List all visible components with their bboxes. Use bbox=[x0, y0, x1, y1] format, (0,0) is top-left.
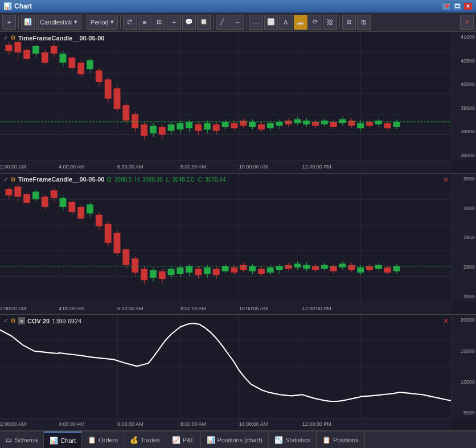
positions-chart-icon: 📊 bbox=[207, 436, 215, 444]
svg-rect-22 bbox=[51, 46, 58, 54]
tab-pnl[interactable]: 📈 P&L bbox=[166, 431, 201, 448]
svg-rect-119 bbox=[42, 196, 48, 207]
svg-rect-189 bbox=[357, 267, 364, 272]
chart3-x2: 4:00:00 AM bbox=[59, 421, 85, 427]
svg-rect-86 bbox=[339, 119, 346, 123]
svg-rect-129 bbox=[87, 204, 93, 213]
candlestick-dropdown[interactable]: Candlestick ▾ bbox=[36, 15, 81, 30]
chart1-x1: 2:00:00 AM bbox=[0, 164, 26, 170]
svg-rect-167 bbox=[258, 269, 265, 274]
chart1-checkbox[interactable]: ✓ bbox=[3, 35, 8, 41]
orders-icon: 📋 bbox=[88, 436, 96, 444]
chart2-close[interactable]: ✕ bbox=[443, 176, 449, 184]
chart2-x6: 12:00:00 PM bbox=[302, 306, 331, 311]
chain-tool[interactable]: ⛓ bbox=[323, 15, 337, 30]
sep6 bbox=[339, 15, 340, 29]
chart2-x5: 10:00:00 AM bbox=[239, 306, 268, 311]
chart1-settings[interactable]: ⚙ bbox=[10, 34, 16, 42]
comment-button[interactable]: 💬 bbox=[182, 15, 196, 30]
svg-rect-94 bbox=[375, 121, 382, 125]
svg-rect-165 bbox=[249, 266, 256, 271]
svg-rect-111 bbox=[6, 189, 13, 195]
chart3-close[interactable]: ✕ bbox=[443, 317, 449, 325]
sync-button[interactable]: ⇄ bbox=[123, 15, 137, 30]
svg-rect-173 bbox=[285, 265, 292, 269]
svg-rect-145 bbox=[159, 271, 166, 279]
candlestick-icon[interactable]: 📊 bbox=[21, 15, 35, 30]
svg-rect-42 bbox=[141, 124, 147, 135]
sep1 bbox=[18, 15, 19, 29]
window-title: Chart bbox=[14, 2, 32, 10]
rect-tool[interactable]: ⬜ bbox=[264, 15, 278, 30]
chart1-y1: 38500 bbox=[453, 153, 475, 158]
svg-rect-153 bbox=[195, 269, 202, 275]
chart-panel-2: ✓ ⚙ TimeFrameCandle__00-05-00 O: 3080.5 … bbox=[0, 174, 476, 315]
chart2-settings[interactable]: ⚙ bbox=[10, 176, 16, 183]
save-template[interactable]: 🖺 bbox=[357, 15, 371, 30]
close-window-button[interactable]: ✕ bbox=[463, 2, 473, 10]
period-dropdown[interactable]: Period ▾ bbox=[87, 15, 118, 30]
tab-positions-chart[interactable]: 📊 Positions (chart) bbox=[201, 431, 269, 448]
chart2-ohlc: O: 3080.5 H: 3080.30 L: 3048.CC C: 3070.… bbox=[106, 176, 225, 183]
svg-rect-14 bbox=[14, 42, 21, 52]
chart1-y3: 39500 bbox=[453, 105, 475, 111]
chart3-square: ■ bbox=[18, 317, 25, 324]
svg-rect-137 bbox=[122, 249, 129, 265]
chart3-settings[interactable]: ⚙ bbox=[10, 317, 16, 324]
maximize-button[interactable]: 🗖 bbox=[453, 2, 462, 10]
tab-chart[interactable]: 📊 Chart bbox=[44, 431, 82, 448]
svg-rect-32 bbox=[96, 71, 102, 82]
chart2-x4: 8:00:00 AM bbox=[180, 306, 207, 311]
line-tool[interactable]: ╱ bbox=[216, 15, 229, 30]
tab-statistics[interactable]: 📉 Statistics bbox=[269, 431, 317, 448]
chart1-y4: 40000 bbox=[453, 81, 475, 87]
cross-button[interactable]: + bbox=[167, 15, 181, 30]
hline-tool[interactable]: — bbox=[249, 15, 263, 30]
chart1-x-axis: 2:00:00 AM 4:00:00 AM 6:00:00 AM 8:00:00… bbox=[0, 161, 451, 173]
app-icon: 📊 bbox=[3, 2, 12, 10]
add-button[interactable]: + bbox=[2, 15, 16, 30]
template-tool[interactable]: ⊞ bbox=[342, 15, 356, 30]
svg-rect-179 bbox=[312, 266, 319, 270]
select-button[interactable]: 🔲 bbox=[197, 15, 211, 30]
chart1-y-axis: 41000 40500 40000 39500 39000 38500 bbox=[451, 32, 476, 161]
tab-positions-label: Positions bbox=[333, 437, 359, 443]
tab-positions[interactable]: 📋 Positions bbox=[317, 431, 365, 448]
chart1-y2: 39000 bbox=[453, 129, 475, 134]
title-bar-left: 📊 Chart bbox=[3, 2, 32, 10]
svg-rect-169 bbox=[267, 267, 274, 272]
svg-rect-135 bbox=[114, 232, 121, 253]
grid-button[interactable]: ⊞ bbox=[153, 15, 166, 30]
tab-orders[interactable]: 📋 Orders bbox=[82, 431, 124, 448]
svg-rect-175 bbox=[294, 264, 301, 268]
svg-rect-193 bbox=[375, 265, 382, 269]
svg-rect-143 bbox=[150, 270, 157, 278]
chart2-y2: 2900 bbox=[453, 264, 475, 270]
chart2-x-axis: 2:00:00 AM 4:00:00 AM 6:00:00 AM 8:00:00… bbox=[0, 302, 451, 314]
tab-schema[interactable]: 🗂 Schema bbox=[0, 431, 44, 448]
svg-rect-48 bbox=[168, 124, 175, 130]
svg-rect-121 bbox=[51, 190, 58, 198]
sep4 bbox=[213, 15, 214, 29]
undo-tool[interactable]: ⟳ bbox=[309, 15, 322, 30]
svg-rect-20 bbox=[42, 52, 48, 63]
chart2-checkbox[interactable]: ✓ bbox=[3, 176, 8, 183]
close-chart-button[interactable]: ✕ bbox=[460, 15, 474, 30]
svg-rect-185 bbox=[339, 264, 346, 268]
fill-tool[interactable]: ▬ bbox=[294, 15, 307, 30]
text-tool[interactable]: A bbox=[279, 15, 293, 30]
svg-rect-16 bbox=[23, 50, 30, 59]
svg-rect-181 bbox=[321, 265, 328, 269]
candlestick-arrow: ▾ bbox=[74, 18, 77, 26]
chart1-x4: 8:00:00 AM bbox=[180, 164, 207, 170]
svg-rect-38 bbox=[122, 105, 129, 121]
chart-svg-2 bbox=[0, 174, 451, 302]
pin-button[interactable]: 📌 bbox=[442, 2, 451, 10]
svg-rect-18 bbox=[32, 46, 39, 54]
list-button[interactable]: ≡ bbox=[138, 15, 151, 30]
svg-rect-72 bbox=[276, 122, 283, 126]
tab-trades[interactable]: 💰 Trades bbox=[124, 431, 166, 448]
arrow-tool[interactable]: → bbox=[231, 15, 244, 30]
chart-canvas-2 bbox=[0, 174, 451, 302]
chart3-checkbox[interactable]: ✓ bbox=[3, 318, 8, 324]
